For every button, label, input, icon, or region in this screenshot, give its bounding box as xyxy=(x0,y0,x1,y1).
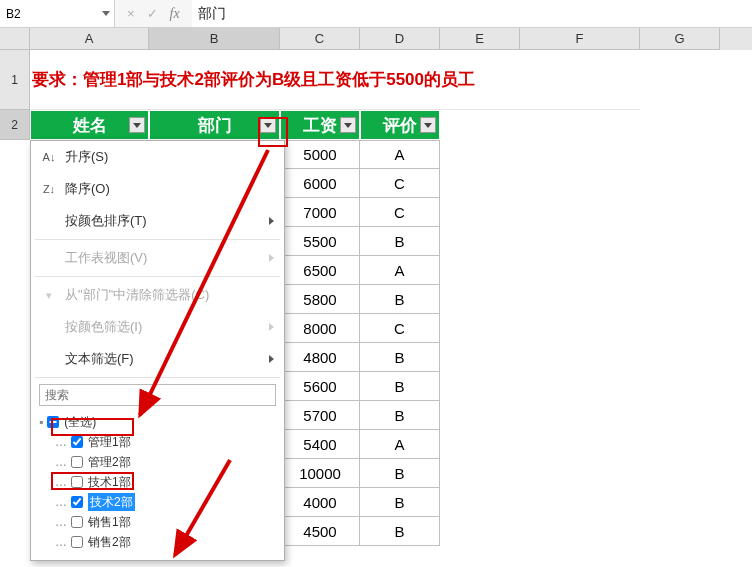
row-header-column: 1 2 xyxy=(0,50,30,140)
tree-item-label: 管理1部 xyxy=(88,433,131,451)
cell-salary[interactable]: 6500 xyxy=(280,256,360,285)
table-row: 4500B xyxy=(280,517,440,546)
table-row: 5700B xyxy=(280,401,440,430)
col-head-B[interactable]: B xyxy=(149,28,280,50)
cell-salary[interactable]: 5500 xyxy=(280,227,360,256)
cell-rating[interactable]: B xyxy=(360,227,440,256)
menu-filter-color-label: 按颜色筛选(I) xyxy=(65,318,142,336)
tree-item[interactable]: …管理2部 xyxy=(39,452,276,472)
tree-item[interactable]: …技术1部 xyxy=(39,472,276,492)
menu-sort-desc-label: 降序(O) xyxy=(65,180,110,198)
tree-item[interactable]: …销售2部 xyxy=(39,532,276,552)
menu-text-filter[interactable]: 文本筛选(F) xyxy=(31,343,284,375)
header-salary[interactable]: 工资 xyxy=(280,110,360,140)
cell-rating[interactable]: C xyxy=(360,198,440,227)
sort-desc-icon: Z↓ xyxy=(41,183,57,195)
cell-salary[interactable]: 5800 xyxy=(280,285,360,314)
menu-sort-asc[interactable]: A↓ 升序(S) xyxy=(31,141,284,173)
filter-icon[interactable] xyxy=(260,117,276,133)
sort-asc-icon: A↓ xyxy=(41,151,57,163)
row-head-2[interactable]: 2 xyxy=(0,110,30,140)
header-rating-label: 评价 xyxy=(383,114,417,137)
tree-select-all-label: (全选) xyxy=(64,413,96,431)
col-head-E[interactable]: E xyxy=(440,28,520,50)
cell-salary[interactable]: 4000 xyxy=(280,488,360,517)
formula-bar: B2 × ✓ fx xyxy=(0,0,752,28)
col-head-A[interactable]: A xyxy=(30,28,149,50)
menu-sort-desc[interactable]: Z↓ 降序(O) xyxy=(31,173,284,205)
cell-rating[interactable]: C xyxy=(360,314,440,343)
tree-item-label: 技术2部 xyxy=(88,493,135,511)
filter-icon[interactable] xyxy=(340,117,356,133)
tree-select-all[interactable]: ▪ (全选) xyxy=(39,412,276,432)
cell-salary[interactable]: 4500 xyxy=(280,517,360,546)
tree-item[interactable]: …管理1部 xyxy=(39,432,276,452)
cell-rating[interactable]: A xyxy=(360,430,440,459)
col-head-F[interactable]: F xyxy=(520,28,640,50)
checkbox[interactable] xyxy=(71,536,83,548)
cell-salary[interactable]: 7000 xyxy=(280,198,360,227)
header-name[interactable]: 姓名 xyxy=(30,110,149,140)
cell-rating[interactable]: B xyxy=(360,401,440,430)
cell-salary[interactable]: 5700 xyxy=(280,401,360,430)
checkbox-select-all[interactable] xyxy=(47,416,59,428)
table-row: 5500B xyxy=(280,227,440,256)
checkbox[interactable] xyxy=(71,516,83,528)
cell-salary[interactable]: 8000 xyxy=(280,314,360,343)
cell-salary[interactable]: 10000 xyxy=(280,459,360,488)
col-head-D[interactable]: D xyxy=(360,28,440,50)
header-rating[interactable]: 评价 xyxy=(360,110,440,140)
cell-rating[interactable]: B xyxy=(360,343,440,372)
cell-salary[interactable]: 5600 xyxy=(280,372,360,401)
cell-salary[interactable]: 5400 xyxy=(280,430,360,459)
table-row: 8000C xyxy=(280,314,440,343)
select-all-corner[interactable] xyxy=(0,28,30,50)
menu-clear-filter: ▾ 从"部门"中清除筛选器(C) xyxy=(31,279,284,311)
cell-salary[interactable]: 6000 xyxy=(280,169,360,198)
cell-rating[interactable]: C xyxy=(360,169,440,198)
cell-rating[interactable]: B xyxy=(360,488,440,517)
name-box-dropdown-icon[interactable] xyxy=(102,11,110,16)
cell-rating[interactable]: B xyxy=(360,459,440,488)
chevron-right-icon xyxy=(269,355,274,363)
name-box[interactable]: B2 xyxy=(0,0,115,27)
checkbox[interactable] xyxy=(71,476,83,488)
menu-sort-color[interactable]: 按颜色排序(T) xyxy=(31,205,284,237)
cancel-icon[interactable]: × xyxy=(127,6,135,21)
clear-filter-icon: ▾ xyxy=(41,289,57,302)
table-row: 6500A xyxy=(280,256,440,285)
requirement-cell: 要求：管理1部与技术2部评价为B级且工资低于5500的员工 xyxy=(30,50,640,110)
cell-rating[interactable]: A xyxy=(360,140,440,169)
cell-rating[interactable]: B xyxy=(360,285,440,314)
row-head-1[interactable]: 1 xyxy=(0,50,30,110)
checkbox[interactable] xyxy=(71,436,83,448)
table-row: 6000C xyxy=(280,169,440,198)
tree-item[interactable]: …销售1部 xyxy=(39,512,276,532)
cell-rating[interactable]: B xyxy=(360,517,440,546)
cell-salary[interactable]: 5000 xyxy=(280,140,360,169)
cells: 要求：管理1部与技术2部评价为B级且工资低于5500的员工 姓名 部门 工资 评… xyxy=(30,50,752,140)
table-row: 5400A xyxy=(280,430,440,459)
menu-filter-color: 按颜色筛选(I) xyxy=(31,311,284,343)
fx-icon[interactable]: fx xyxy=(170,6,180,22)
cell-rating[interactable]: A xyxy=(360,256,440,285)
filter-icon[interactable] xyxy=(420,117,436,133)
formula-input[interactable] xyxy=(192,0,752,27)
column-header-row: A B C D E F G xyxy=(0,28,752,50)
table-header-row: 姓名 部门 工资 评价 xyxy=(30,110,440,140)
accept-icon[interactable]: ✓ xyxy=(147,6,158,21)
chevron-right-icon xyxy=(269,254,274,262)
checkbox[interactable] xyxy=(71,456,83,468)
checkbox[interactable] xyxy=(71,496,83,508)
data-area: 5000A6000C7000C5500B6500A5800B8000C4800B… xyxy=(280,140,440,546)
filter-icon[interactable] xyxy=(129,117,145,133)
col-head-G[interactable]: G xyxy=(640,28,720,50)
cell-salary[interactable]: 4800 xyxy=(280,343,360,372)
header-dept[interactable]: 部门 xyxy=(149,110,280,140)
cell-rating[interactable]: B xyxy=(360,372,440,401)
col-head-C[interactable]: C xyxy=(280,28,360,50)
menu-text-filter-label: 文本筛选(F) xyxy=(65,350,134,368)
filter-menu: A↓ 升序(S) Z↓ 降序(O) 按颜色排序(T) 工作表视图(V) ▾ 从"… xyxy=(30,140,285,561)
tree-item[interactable]: …技术2部 xyxy=(39,492,276,512)
filter-search-input[interactable] xyxy=(39,384,276,406)
